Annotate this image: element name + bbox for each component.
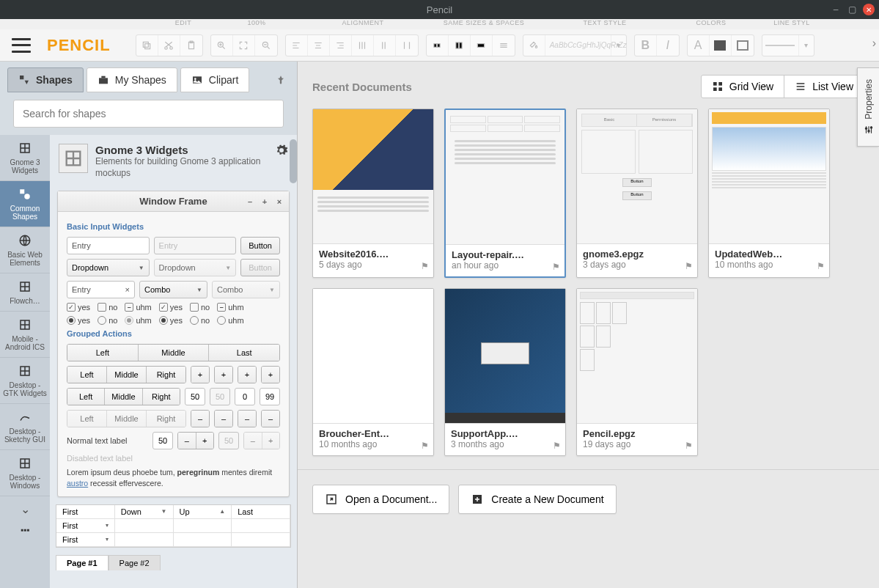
menu-hamburger-icon[interactable] (12, 38, 31, 53)
zoom-out-icon[interactable] (255, 35, 277, 56)
mock-stepper: + (214, 366, 233, 383)
svg-point-3 (170, 46, 173, 49)
stroke-color-icon[interactable] (732, 35, 754, 56)
grid-icon (712, 81, 724, 92)
svg-rect-0 (145, 43, 150, 48)
font-family-select[interactable]: AaBbCcGgHhJjQqRrZz (545, 35, 611, 56)
mock-checkbox-dis: uhm (217, 303, 243, 312)
shape-preview-tabs[interactable]: Page #1 Page #2 (56, 555, 291, 570)
mock-entry-clear: Entry× (67, 281, 135, 298)
align-center-icon[interactable] (308, 35, 330, 56)
format-paint-icon[interactable] (523, 35, 545, 56)
zoom-in-icon[interactable] (211, 35, 233, 56)
align-right-icon[interactable] (330, 35, 352, 56)
tab-shapes[interactable]: Shapes (7, 67, 84, 92)
pin-icon[interactable] (272, 71, 290, 89)
open-document-button[interactable]: Open a Document... (312, 485, 449, 514)
svg-point-16 (194, 78, 196, 80)
shape-preview-window-frame[interactable]: Window Frame – + × Basic Input Widgets E… (57, 191, 290, 496)
distribute-h-icon[interactable] (352, 35, 374, 56)
mock-button: Button (240, 237, 280, 254)
gear-icon[interactable] (275, 144, 288, 160)
svg-rect-13 (99, 78, 108, 84)
same-width-icon[interactable] (427, 35, 449, 56)
document-card[interactable]: SupportApp.…3 months ago⚑ (444, 288, 566, 456)
mock-number: 50 (152, 432, 173, 449)
label-textstyle: TEXT STYLE (535, 19, 674, 29)
mock-radio: no (98, 316, 117, 325)
same-size-icon[interactable] (471, 35, 493, 56)
mock-dropdown: Dropdown▼ (67, 259, 150, 276)
toolbar-scroll-right-icon[interactable]: › (872, 37, 876, 50)
tab-my-shapes[interactable]: My Shapes (87, 67, 177, 92)
fill-color-icon[interactable] (710, 35, 732, 56)
distribute-v2-icon[interactable] (396, 35, 418, 56)
document-card[interactable]: Layout-repair.…an hour ago⚑ (444, 109, 566, 278)
mock-tab: Page #1 (56, 555, 109, 570)
document-card[interactable]: UpdatedWeb…10 months ago⚑ (708, 109, 830, 278)
pin-icon[interactable]: ⚑ (553, 441, 561, 451)
copy-icon[interactable] (136, 35, 158, 56)
category-sketchy[interactable]: Desktop - Sketchy GUI (0, 404, 50, 450)
category-common-shapes[interactable]: Common Shapes (0, 181, 50, 227)
pin-icon[interactable]: ⚑ (817, 261, 825, 271)
create-document-button[interactable]: Create a New Document (458, 485, 616, 514)
pin-icon[interactable]: ⚑ (421, 441, 429, 451)
document-time: 10 months ago (715, 260, 823, 270)
document-card[interactable]: Pencil.epgz19 days ago⚑ (576, 288, 698, 456)
maximize-icon[interactable]: ▢ (847, 4, 857, 15)
chevron-down-icon[interactable]: ▾ (799, 41, 814, 49)
document-card[interactable]: Website2016.…5 days ago⚑ (312, 109, 434, 278)
svg-point-36 (867, 131, 869, 132)
mock-entry: Entry (67, 237, 150, 254)
paste-icon[interactable] (180, 35, 202, 56)
zoom-fit-icon[interactable] (233, 35, 255, 56)
properties-panel-tab[interactable]: Properties (857, 67, 879, 147)
chevron-down-icon[interactable]: ⌄ (0, 496, 50, 522)
list-view-button[interactable]: List View (784, 76, 864, 98)
scrollbar[interactable] (290, 139, 297, 183)
cut-icon[interactable] (158, 35, 180, 56)
category-gnome3[interactable]: Gnome 3 Widgets (0, 135, 50, 181)
category-gtk[interactable]: Desktop - GTK Widgets (0, 358, 50, 404)
main-toolbar: PENCIL AaBbCcGgHhJjQqRrZz ▾ B I A (0, 29, 879, 62)
document-card[interactable]: BasicPermissionsButtonButton gnome3.epgz… (576, 109, 698, 278)
shape-preview-table[interactable]: First Down▼ Up▲ Last First▾ First▾ (56, 504, 291, 548)
line-style-select[interactable] (762, 35, 799, 56)
category-flowchart[interactable]: Flowch… (0, 273, 50, 312)
chevron-down-icon[interactable]: ▾ (611, 41, 626, 49)
tab-clipart[interactable]: Clipart (180, 67, 249, 92)
align-left-icon[interactable] (286, 35, 308, 56)
close-icon[interactable]: ✕ (863, 4, 875, 15)
toolbar-section-labels: EDIT 100% ALIGNMENT SAME SIZES & SPACES … (0, 19, 879, 29)
mock-segment: LeftMiddleRight (67, 388, 180, 405)
space-icon[interactable] (493, 35, 515, 56)
italic-icon[interactable]: I (657, 35, 679, 56)
pin-icon[interactable]: ⚑ (685, 261, 693, 271)
mock-segment: LeftMiddleRight (67, 366, 186, 383)
pin-icon[interactable]: ⚑ (685, 441, 693, 451)
list-icon (795, 81, 806, 92)
grid-view-button[interactable]: Grid View (702, 76, 784, 98)
minimize-icon[interactable]: – (831, 4, 841, 15)
distribute-v-icon[interactable] (374, 35, 396, 56)
section-title: Grouped Actions (67, 329, 280, 338)
pin-icon[interactable]: ⚑ (421, 261, 429, 271)
same-height-icon[interactable] (449, 35, 471, 56)
grid-small-icon[interactable] (0, 522, 50, 547)
document-card[interactable]: Broucher-Ent…10 months ago⚑ (312, 288, 434, 456)
label-edit: EDIT (147, 19, 220, 29)
category-windows[interactable]: Desktop - Windows (0, 450, 50, 496)
bold-icon[interactable]: B (635, 35, 657, 56)
category-web-elements[interactable]: Basic Web Elements (0, 227, 50, 273)
label-colors: COLORS (674, 19, 748, 29)
document-thumbnail (313, 109, 433, 244)
svg-rect-27 (27, 529, 29, 532)
text-color-icon[interactable]: A (688, 35, 710, 56)
recent-documents-title: Recent Documents (312, 81, 412, 93)
category-android[interactable]: Mobile - Android ICS (0, 312, 50, 358)
search-input[interactable] (13, 100, 284, 128)
mock-number: 50 (210, 388, 230, 405)
pin-icon[interactable]: ⚑ (552, 262, 560, 272)
tab-label: Shapes (36, 74, 73, 86)
